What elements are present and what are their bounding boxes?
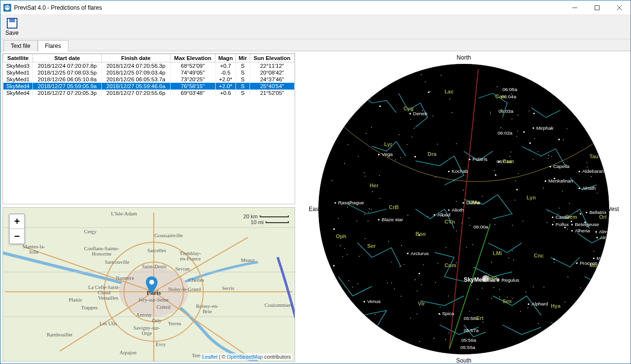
svg-point-281: [434, 214, 435, 215]
svg-point-117: [371, 209, 372, 210]
table-row[interactable]: SkyMed32018/12/24 07:20:07.8p2018/12/24 …: [3, 62, 295, 70]
svg-text:Arpajon: Arpajon: [119, 349, 137, 355]
svg-point-185: [491, 298, 492, 299]
svg-text:Créteil: Créteil: [157, 304, 171, 310]
svg-point-90: [537, 152, 538, 152]
svg-point-160: [372, 191, 373, 192]
svg-point-199: [352, 287, 353, 288]
column-header[interactable]: Finish date: [101, 54, 170, 62]
svg-text:Serris: Serris: [222, 285, 234, 291]
svg-text:Cloud: Cloud: [98, 289, 111, 295]
svg-text:Coulommiers: Coulommiers: [265, 302, 293, 308]
svg-text:Vega: Vega: [382, 152, 393, 157]
svg-point-166: [333, 265, 334, 266]
svg-point-67: [380, 198, 381, 199]
column-header[interactable]: Start date: [33, 54, 102, 62]
svg-text:05:57a: 05:57a: [464, 328, 479, 333]
leaflet-link[interactable]: Leaflet: [202, 354, 218, 360]
sky-circle[interactable]: 06:05a06:04a06:03a06:02a06:01a06:00a05:5…: [318, 64, 609, 354]
svg-point-271: [410, 113, 411, 114]
svg-point-289: [407, 253, 409, 254]
svg-text:LMi: LMi: [493, 250, 502, 256]
svg-point-107: [495, 224, 496, 225]
svg-point-118: [580, 213, 581, 214]
svg-point-131: [494, 170, 495, 171]
svg-text:Lyr: Lyr: [384, 141, 393, 147]
svg-point-221: [509, 156, 510, 157]
svg-text:Rasalhague: Rasalhague: [338, 200, 364, 205]
svg-point-158: [394, 288, 395, 289]
table-row[interactable]: SkyMed42018/12/27 07:20:05.3p2018/12/27 …: [3, 90, 295, 96]
svg-text:Menkalinan: Menkalinan: [548, 178, 573, 183]
map-marker[interactable]: [146, 276, 158, 294]
svg-point-113: [534, 138, 535, 139]
close-button[interactable]: [608, 0, 631, 15]
svg-point-179: [553, 221, 554, 222]
minimize-button[interactable]: [564, 0, 586, 15]
svg-point-297: [528, 303, 529, 305]
svg-text:Cam: Cam: [503, 158, 514, 164]
svg-text:Alkaid: Alkaid: [437, 212, 450, 217]
svg-text:Alhena: Alhena: [575, 228, 590, 233]
app-icon: [3, 4, 11, 12]
svg-point-273: [378, 154, 379, 155]
svg-point-68: [527, 307, 528, 308]
svg-point-226: [523, 131, 525, 133]
svg-point-299: [533, 127, 534, 129]
svg-point-56: [419, 273, 420, 274]
tab-flares[interactable]: Flares: [38, 40, 68, 51]
svg-point-143: [558, 139, 560, 140]
svg-point-303: [545, 181, 546, 182]
svg-point-80: [470, 225, 471, 226]
svg-point-99: [338, 218, 339, 219]
svg-point-153: [533, 159, 534, 160]
sky-chart: North South East West: [309, 54, 619, 364]
table-row[interactable]: SkyMed12018/12/25 07:08:03.5p2018/12/25 …: [3, 69, 295, 76]
titlebar: PreviSat 4.0 - Predictions of flares: [0, 0, 631, 15]
svg-point-155: [518, 115, 519, 116]
svg-text:Sex: Sex: [503, 298, 512, 304]
svg-text:Saint-Denis: Saint-Denis: [142, 263, 167, 269]
table-row[interactable]: SkyMed42018/12/27 05:59:05.9a2018/12/27 …: [3, 83, 295, 90]
tab-text-file[interactable]: Text file: [3, 40, 38, 51]
svg-text:Betelgeuse: Betelgeuse: [575, 222, 599, 227]
map[interactable]: L'Isle-AdamCergyGoussainvilleConflans-Sa…: [2, 207, 295, 362]
svg-point-96: [570, 221, 572, 222]
svg-point-212: [445, 247, 446, 248]
svg-point-157: [399, 134, 400, 135]
svg-text:Chelles: Chelles: [189, 277, 204, 283]
svg-text:Tremblay-: Tremblay-: [179, 250, 201, 256]
svg-text:Sevran: Sevran: [175, 266, 190, 272]
svg-point-206: [463, 190, 464, 191]
column-header[interactable]: Sun Elevation: [250, 54, 294, 62]
save-button[interactable]: Save: [3, 17, 20, 37]
osm-link[interactable]: OpenStreetMap: [227, 354, 263, 360]
svg-point-140: [591, 176, 592, 177]
toolbar: Save: [0, 15, 631, 39]
svg-point-71: [415, 279, 416, 280]
svg-point-112: [499, 289, 500, 290]
svg-point-174: [404, 264, 405, 265]
svg-text:CVn: CVn: [444, 219, 455, 225]
zoom-in-button[interactable]: +: [10, 214, 24, 229]
svg-point-321: [596, 237, 598, 238]
svg-point-291: [363, 301, 365, 303]
svg-point-315: [571, 224, 573, 225]
svg-point-156: [491, 262, 492, 263]
svg-point-59: [548, 155, 549, 156]
zoom-out-button[interactable]: −: [10, 229, 24, 243]
svg-text:Dra: Dra: [427, 151, 437, 157]
svg-text:06:05a: 06:05a: [503, 87, 518, 92]
svg-rect-2: [595, 5, 599, 10]
right-pane: North South East West: [297, 51, 631, 364]
svg-text:Meaux: Meaux: [241, 257, 255, 263]
maximize-button[interactable]: [586, 0, 608, 15]
column-header[interactable]: Satellite: [3, 54, 33, 62]
flares-table[interactable]: SatelliteStart dateFinish dateMax Elevat…: [2, 53, 295, 204]
column-header[interactable]: Mir: [236, 54, 250, 62]
table-row[interactable]: SkyMed12018/12/26 06:05:10.8a2018/12/26 …: [3, 76, 295, 83]
window-title: PreviSat 4.0 - Predictions of flares: [14, 4, 102, 11]
column-header[interactable]: Max Elevation: [170, 54, 215, 62]
column-header[interactable]: Magn: [215, 54, 236, 62]
svg-point-161: [529, 110, 530, 111]
